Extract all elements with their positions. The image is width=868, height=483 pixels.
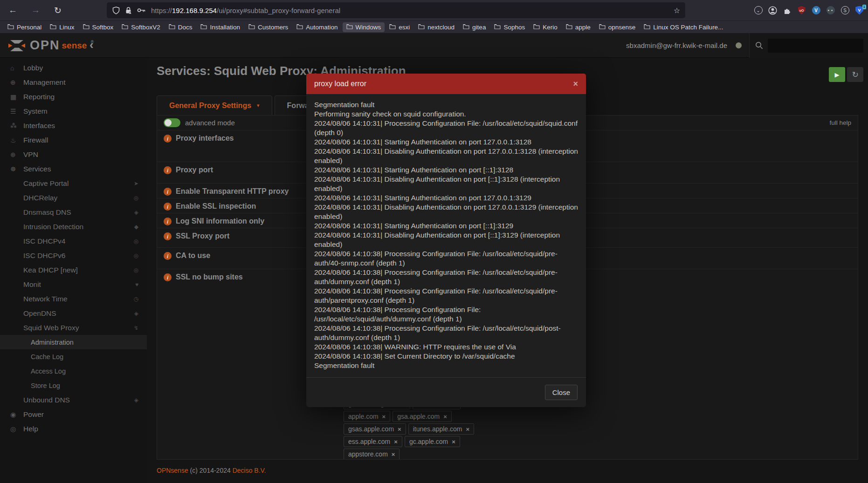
service-restart-button[interactable]: ↻: [847, 67, 863, 82]
info-icon[interactable]: i: [164, 135, 172, 143]
sidebar-item[interactable]: ◉ Power: [0, 407, 147, 422]
search-icon[interactable]: [755, 41, 763, 49]
token-chip[interactable]: gsa.apple.com ×: [393, 411, 452, 422]
sidebar-item[interactable]: ⊕ VPN: [0, 147, 147, 162]
modal-close-button[interactable]: Close: [545, 385, 578, 400]
token-remove-icon[interactable]: ×: [382, 413, 386, 420]
sidebar-item-label: Captive Portal: [23, 179, 69, 188]
full-help-label[interactable]: full help: [829, 119, 851, 126]
key-permission-icon[interactable]: [137, 7, 146, 14]
globe-icon: ⊕: [10, 79, 23, 86]
sidebar-item[interactable]: ◎ Help: [0, 422, 147, 436]
bookmark-item[interactable]: gitea: [459, 22, 489, 32]
token-remove-icon[interactable]: ×: [398, 426, 401, 433]
info-icon[interactable]: i: [164, 203, 172, 211]
token-chip[interactable]: appstore.com ×: [344, 449, 400, 460]
bookmark-item[interactable]: Customers: [245, 22, 292, 32]
ublock-icon[interactable]: uO: [797, 6, 806, 15]
bookmark-item[interactable]: Personal: [4, 22, 45, 32]
url-text[interactable]: https://192.168.9.254/ui/proxy#subtab_pr…: [151, 7, 340, 14]
sidebar-item[interactable]: Monit ♥: [0, 277, 147, 292]
tracking-shield-icon[interactable]: [112, 7, 120, 14]
robot-extension-icon[interactable]: ● ●: [826, 6, 835, 15]
token-remove-icon[interactable]: ×: [443, 413, 447, 420]
sidebar-item[interactable]: Captive Portal ➤: [0, 176, 147, 190]
ghostery-icon[interactable]: S: [840, 6, 850, 15]
bookmark-item[interactable]: Linux: [46, 22, 78, 32]
sidebar-item[interactable]: ⊕ Management: [0, 75, 147, 89]
sidebar-item[interactable]: Store Log: [0, 378, 147, 393]
bookmark-item[interactable]: opnsense: [595, 22, 640, 32]
sidebar-item[interactable]: ♨ Firewall: [0, 133, 147, 147]
forward-button[interactable]: →: [31, 5, 40, 15]
sidebar-item[interactable]: Dnsmasq DNS ◈: [0, 205, 147, 219]
bookmark-item[interactable]: SoftboxV2: [118, 22, 164, 32]
token-chip[interactable]: apple.com ×: [344, 411, 390, 422]
sidebar-item[interactable]: Squid Web Proxy ↯: [0, 320, 147, 335]
bookmark-item[interactable]: Windows: [343, 22, 385, 32]
token-chip[interactable]: itunes.apple.com ×: [408, 423, 474, 435]
sidebar-item[interactable]: DHCRelay ◎: [0, 190, 147, 205]
token-remove-icon[interactable]: ×: [466, 426, 470, 433]
sidebar-item[interactable]: Administration: [0, 335, 147, 349]
sidebar-collapse-icon[interactable]: ‹: [90, 38, 94, 52]
info-icon[interactable]: i: [164, 273, 172, 281]
token-chip[interactable]: gc.apple.com ×: [405, 436, 460, 447]
bookmark-item[interactable]: esxi: [386, 22, 413, 32]
back-button[interactable]: ←: [8, 5, 17, 15]
token-remove-icon[interactable]: ×: [452, 438, 455, 445]
bookmark-item[interactable]: N Linux OS Patch Failure...: [640, 22, 727, 32]
bookmark-item[interactable]: Sophos: [490, 22, 529, 32]
bookmark-item[interactable]: Softbox: [79, 22, 117, 32]
opnsense-logo[interactable]: OPNsense®: [7, 38, 94, 53]
sidebar-item[interactable]: ⌂ Lobby: [0, 61, 147, 75]
lock-warning-icon[interactable]: [125, 7, 132, 14]
password-manager-icon[interactable]: V1: [854, 6, 864, 15]
sidebar-item[interactable]: ☰ System: [0, 104, 147, 118]
bookmark-item[interactable]: Automation: [293, 22, 341, 32]
info-icon[interactable]: i: [164, 218, 172, 225]
sidebar-item[interactable]: Unbound DNS ◈: [0, 393, 147, 407]
footer-company-link[interactable]: Deciso B.V.: [233, 467, 266, 474]
service-start-button[interactable]: ▶: [829, 67, 845, 82]
pocket-icon[interactable]: ⌄: [753, 6, 763, 15]
token-chip[interactable]: gsas.apple.com ×: [344, 423, 406, 435]
modal-close-icon[interactable]: ×: [573, 80, 578, 88]
url-bar[interactable]: https://192.168.9.254/ui/proxy#subtab_pr…: [107, 2, 685, 18]
bookmark-star-icon[interactable]: ☆: [674, 6, 680, 15]
sidebar-item[interactable]: OpenDNS ◈: [0, 306, 147, 320]
sidebar-item[interactable]: ⁂ Interfaces: [0, 118, 147, 133]
info-icon[interactable]: i: [164, 188, 172, 196]
info-icon[interactable]: i: [164, 252, 172, 260]
advanced-mode-toggle[interactable]: [164, 118, 180, 127]
sidebar-item[interactable]: Intrusion Detection ◆: [0, 219, 147, 234]
info-icon[interactable]: i: [164, 166, 172, 174]
token-remove-icon[interactable]: ×: [392, 451, 395, 458]
tab-label: General Proxy Settings: [169, 102, 251, 110]
sidebar-item[interactable]: Network Time ◷: [0, 292, 147, 306]
bookmark-item[interactable]: Installation: [197, 22, 244, 32]
search-input[interactable]: [768, 39, 863, 53]
bookmark-item[interactable]: apple: [562, 22, 594, 32]
info-icon[interactable]: i: [164, 232, 172, 240]
bookmark-label: Installation: [210, 24, 240, 31]
tab[interactable]: General Proxy Settings ▾: [157, 95, 272, 116]
footer-brand-link[interactable]: OPNsense: [157, 467, 188, 474]
bookmark-item[interactable]: nextcloud: [414, 22, 458, 32]
sidebar-item[interactable]: Cache Log: [0, 349, 147, 364]
token-remove-icon[interactable]: ×: [394, 438, 398, 445]
send-icon: ➤: [134, 180, 138, 187]
sidebar-item[interactable]: ISC DHCPv4 ◎: [0, 234, 147, 248]
bookmark-item[interactable]: Docs: [165, 22, 196, 32]
account-icon[interactable]: [768, 6, 778, 15]
reload-button[interactable]: ↻: [54, 5, 62, 16]
extensions-puzzle-icon[interactable]: [782, 6, 792, 15]
sidebar-item[interactable]: ▦ Reporting: [0, 89, 147, 104]
sidebar-item[interactable]: Kea DHCP [new] ◎: [0, 263, 147, 277]
sidebar-item[interactable]: ☸ Services: [0, 162, 147, 176]
sidebar-item[interactable]: ISC DHCPv6 ◎: [0, 248, 147, 263]
bookmark-item[interactable]: Kerio: [530, 22, 561, 32]
token-chip[interactable]: ess.apple.com ×: [344, 436, 402, 447]
vue-devtools-icon[interactable]: V: [811, 6, 821, 15]
sidebar-item[interactable]: Access Log: [0, 364, 147, 378]
